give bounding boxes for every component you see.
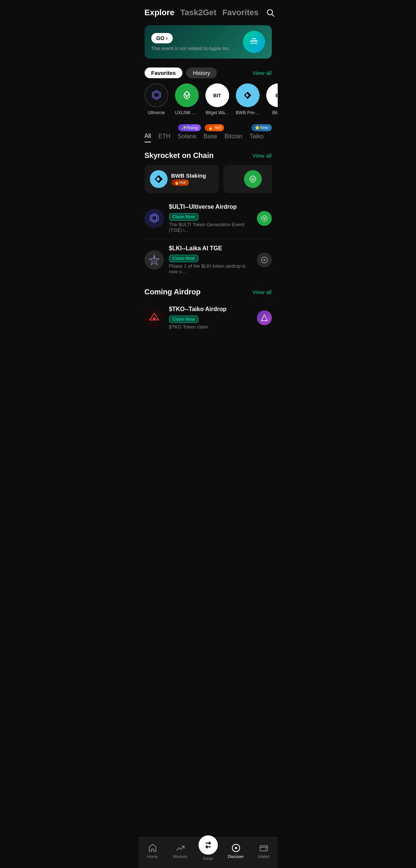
favorites-icons-row: Ultiverse UXLINK R... BIT Bitget Wa... B… xyxy=(139,82,278,121)
filter-base[interactable]: Base xyxy=(204,133,217,142)
tab-explore[interactable]: Explore xyxy=(145,8,175,17)
ulti-claim-badge[interactable]: Claim Now xyxy=(169,213,198,221)
filter-more-icon[interactable]: ⌄ xyxy=(271,133,272,142)
bwb-staking-info: BWB Staking 🔥Hot xyxy=(171,172,206,186)
svg-point-8 xyxy=(153,317,155,320)
ulti-airdrop-title: $ULTI--Ultiverse Airdrop Claim Now xyxy=(169,204,252,221)
coming-airdrop-section: Coming Airdrop View all $TKO--Taiko Aird… xyxy=(139,282,278,337)
svg-rect-4 xyxy=(250,43,258,44)
hot-badge-filter: 🔥 Hot xyxy=(205,124,224,131)
tko-airdrop-item[interactable]: $TKO--Taiko Airdrop Claim Now $TKO Token… xyxy=(145,301,272,334)
favorites-history-bar: Favorites History View all xyxy=(139,62,278,82)
rising-badge: ✨Rising xyxy=(178,124,201,131)
fav-label-bitget2: Bitget xyxy=(272,110,277,115)
airdrop-list-section: $ULTI--Ultiverse Airdrop Claim Now The $… xyxy=(139,199,278,279)
ulti-airdrop-item[interactable]: $ULTI--Ultiverse Airdrop Claim Now The $… xyxy=(139,199,278,237)
filter-bitcoin[interactable]: Bitcoin xyxy=(225,133,242,142)
skyrocket-header: Skyrocket on Chain View all xyxy=(145,151,272,160)
coming-airdrop-header: Coming Airdrop View all xyxy=(145,288,272,296)
bwb-staking-icon xyxy=(150,170,168,188)
tab-task2get[interactable]: Task2Get xyxy=(180,8,216,17)
filter-taiko[interactable]: Taiko xyxy=(250,133,264,142)
svg-rect-5 xyxy=(252,38,256,39)
svg-point-2 xyxy=(247,35,261,49)
fav-icon-bitget2: BI xyxy=(266,83,278,107)
bwb-staking-name: BWB Staking xyxy=(171,172,206,179)
filter-section: ✨Rising 🔥 Hot ⭐New All ETH Solana Base B… xyxy=(139,121,278,145)
filter-eth[interactable]: ETH xyxy=(158,133,170,142)
ulti-airdrop-content: $ULTI--Ultiverse Airdrop Claim Now The $… xyxy=(169,204,252,233)
bwb-staking-card[interactable]: BWB Staking 🔥Hot xyxy=(145,165,219,193)
svg-rect-3 xyxy=(250,40,258,42)
tko-right-icon xyxy=(257,310,272,325)
banner-left: GO › This event is not related to Apple … xyxy=(151,33,230,51)
fav-icon-bwb xyxy=(236,83,260,107)
favorites-view-all[interactable]: View all xyxy=(252,70,271,76)
bwb-hot-badge: 🔥Hot xyxy=(171,179,189,186)
tko-airdrop-title: $TKO--Taiko Airdrop Claim Now xyxy=(169,306,252,323)
history-tab-button[interactable]: History xyxy=(186,67,217,78)
ulti-icon xyxy=(145,209,164,228)
banner-disclaimer: This event is not related to Apple Inc. xyxy=(151,46,230,51)
fav-item-bitget-wallet[interactable]: BIT Bitget Wa... xyxy=(205,83,229,115)
uxlink-sky-icon xyxy=(244,170,262,188)
filter-badges-row: ✨Rising 🔥 Hot ⭐New xyxy=(145,124,272,131)
fav-item-uxlink[interactable]: UXLINK R... xyxy=(175,83,199,115)
skyrocket-title: Skyrocket on Chain xyxy=(145,151,214,160)
svg-line-1 xyxy=(272,14,274,16)
fav-label-bitget-wallet: Bitget Wa... xyxy=(206,110,229,115)
skyrocket-section: Skyrocket on Chain View all BWB Staking … xyxy=(139,145,278,199)
fav-icon-uxlink xyxy=(175,83,199,107)
coming-airdrop-title: Coming Airdrop xyxy=(145,288,201,296)
lki-claim-badge[interactable]: Claim Now xyxy=(169,255,198,262)
lki-airdrop-content: $LKI--Laika AI TGE Claim Now Phase 1 of … xyxy=(169,245,252,274)
tko-icon xyxy=(145,308,164,327)
coming-airdrop-view-all[interactable]: View all xyxy=(252,289,271,295)
fav-icon-bitget: BIT xyxy=(205,83,229,107)
fav-icon-ultiverse xyxy=(145,83,168,107)
fav-item-bwb[interactable]: BWB Pre-... xyxy=(236,83,260,115)
banner-go-button[interactable]: GO › xyxy=(151,33,173,43)
filter-tabs-row: All ETH Solana Base Bitcoin Taiko ⌄ xyxy=(145,133,272,145)
favorites-tab-button[interactable]: Favorites xyxy=(145,67,183,78)
filter-all[interactable]: All xyxy=(145,133,151,142)
banner-logo xyxy=(243,31,265,53)
fav-label-ultiverse: Ultiverse xyxy=(148,110,165,115)
tab-favorites-header[interactable]: Favorites xyxy=(222,8,259,17)
skyrocket-view-all[interactable]: View all xyxy=(252,152,271,159)
fav-label-uxlink: UXLINK R... xyxy=(175,110,199,115)
uxlink-sky-card[interactable] xyxy=(223,165,272,193)
promo-banner[interactable]: GO › This event is not related to Apple … xyxy=(145,25,272,59)
new-badge: ⭐New xyxy=(251,124,271,131)
ulti-right-icon xyxy=(257,211,272,226)
lki-icon xyxy=(145,250,164,270)
header: Explore Task2Get Favorites xyxy=(139,0,278,22)
skyrocket-cards: BWB Staking 🔥Hot xyxy=(145,165,272,196)
fav-item-bitget2[interactable]: BI Bitget xyxy=(266,83,278,115)
tko-airdrop-sub: $TKO Token claim xyxy=(169,324,252,330)
divider-1 xyxy=(145,239,272,239)
fav-label-bwb: BWB Pre-... xyxy=(236,110,259,115)
lki-airdrop-title: $LKI--Laika AI TGE Claim Now xyxy=(169,245,252,262)
tko-airdrop-content: $TKO--Taiko Airdrop Claim Now $TKO Token… xyxy=(169,306,252,330)
lki-right-icon xyxy=(257,253,272,267)
ulti-airdrop-sub: The $ULTI Token Generation Event (TGE) i… xyxy=(169,222,252,233)
header-tabs: Explore Task2Get Favorites xyxy=(145,8,259,17)
tko-claim-badge[interactable]: Claim Now xyxy=(169,316,198,323)
filter-solana[interactable]: Solana xyxy=(178,133,196,142)
lki-airdrop-sub: Phase 1 of the $LKI token airdrop is now… xyxy=(169,263,252,274)
search-button[interactable] xyxy=(266,6,275,19)
svg-point-0 xyxy=(267,10,273,15)
lki-airdrop-item[interactable]: $LKI--Laika AI TGE Claim Now Phase 1 of … xyxy=(139,241,278,279)
fav-item-ultiverse[interactable]: Ultiverse xyxy=(145,83,168,115)
